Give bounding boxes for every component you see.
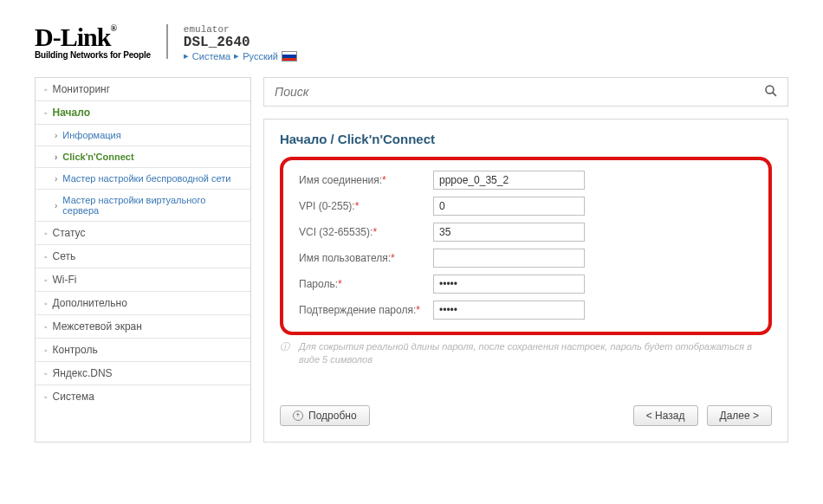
password-label: Пароль:* (299, 278, 433, 290)
bullet-icon: ◦ (44, 85, 48, 94)
vpi-label: VPI (0-255):* (299, 200, 433, 212)
model-label: DSL_2640 (184, 35, 297, 50)
info-icon: ⓘ (280, 340, 289, 353)
sidebar-item-firewall[interactable]: ◦Межсетевой экран (36, 315, 250, 339)
svg-line-1 (773, 93, 776, 96)
sidebar-item-vserver-wizard[interactable]: ›Мастер настройки виртуального сервера (36, 190, 250, 222)
vci-label: VCI (32-65535):* (299, 226, 433, 238)
expand-icon: + (293, 410, 303, 421)
header-crumbs: ▸ Система ▸ Русский (184, 50, 297, 61)
sidebar-item-label: Сеть (53, 250, 76, 262)
username-field[interactable] (433, 249, 585, 268)
arrow-icon: ▸ (234, 50, 239, 61)
vpi-field[interactable] (433, 197, 585, 216)
sidebar-item-clicknconnect[interactable]: ›Click'n'Connect (36, 146, 250, 168)
svg-point-0 (766, 86, 774, 94)
conn-name-field[interactable] (433, 171, 585, 190)
arrow-icon: ▸ (184, 50, 189, 61)
sidebar-item-status[interactable]: ◦Статус (36, 222, 250, 245)
sidebar-item-label: Мастер настройки виртуального сервера (62, 195, 242, 216)
bullet-icon: ◦ (44, 346, 48, 355)
header-separator (166, 24, 168, 59)
sidebar-item-wireless-wizard[interactable]: ›Мастер настройки беспроводной сети (36, 168, 250, 190)
sidebar-item-label: Дополнительно (53, 297, 127, 309)
sidebar-item-label: Система (53, 391, 94, 403)
bullet-icon: ◦ (44, 369, 48, 378)
search-bar (263, 77, 788, 107)
language-link[interactable]: Русский (243, 51, 278, 61)
password-confirm-field[interactable] (433, 300, 585, 320)
bullet-icon: ◦ (44, 252, 48, 262)
sidebar-item-monitoring[interactable]: ◦Мониторинг (36, 78, 250, 101)
sidebar-item-label: Мониторинг (53, 83, 111, 95)
sidebar-item-start[interactable]: ◦Начало (36, 101, 250, 125)
sidebar-item-label: Контроль (53, 344, 98, 356)
logo-subtitle: Building Networks for People (35, 50, 151, 60)
sidebar-item-information[interactable]: ›Информация (36, 125, 250, 146)
sidebar-item-label: Межсетевой экран (53, 320, 142, 333)
flag-icon-ru (282, 51, 297, 61)
back-button[interactable]: < Назад (633, 405, 698, 426)
sidebar-item-label: Начало (53, 107, 90, 119)
bullet-icon: ◦ (44, 392, 48, 402)
system-link[interactable]: Система (192, 51, 230, 61)
details-button[interactable]: + Подробно (280, 405, 370, 426)
password-field[interactable] (433, 275, 585, 294)
chevron-icon: › (55, 174, 57, 184)
sidebar-item-label: Мастер настройки беспроводной сети (62, 173, 230, 184)
sidebar-item-wifi[interactable]: ◦Wi-Fi (36, 268, 250, 292)
sidebar-item-system[interactable]: ◦Система (36, 385, 250, 408)
bullet-icon: ◦ (44, 299, 48, 308)
sidebar-item-advanced[interactable]: ◦Дополнительно (36, 292, 250, 315)
logo-text: D-Link (35, 23, 110, 51)
chevron-icon: › (55, 131, 57, 140)
password-confirm-label: Подтверждение пароля:* (299, 304, 433, 316)
username-label: Имя пользователя:* (299, 252, 433, 264)
sidebar: ◦Мониторинг ◦Начало ›Информация ›Click'n… (35, 77, 251, 443)
sidebar-item-label: Информация (62, 130, 120, 140)
sidebar-item-label: Статус (53, 227, 86, 239)
emulator-label: emulator (184, 24, 297, 35)
button-label: Подробно (308, 410, 357, 422)
password-note: ⓘ Для сокрытия реальной длины пароля, по… (280, 340, 772, 367)
next-button[interactable]: Далее > (707, 405, 773, 426)
bullet-icon: ◦ (44, 108, 48, 118)
search-icon[interactable] (763, 83, 779, 101)
conn-name-label: Имя соединения:* (299, 174, 433, 186)
sidebar-item-network[interactable]: ◦Сеть (36, 245, 250, 268)
chevron-icon: › (55, 201, 57, 210)
vci-field[interactable] (433, 223, 585, 242)
sidebar-item-label: Wi-Fi (53, 274, 77, 286)
bullet-icon: ◦ (44, 229, 48, 238)
search-input[interactable] (275, 85, 777, 99)
button-label: < Назад (646, 410, 685, 422)
sidebar-item-label: Яндекс.DNS (53, 367, 113, 379)
bullet-icon: ◦ (44, 275, 48, 285)
logo: D-Link® Building Networks for People (35, 24, 151, 60)
sidebar-item-control[interactable]: ◦Контроль (36, 339, 250, 362)
main-panel: Начало / Click'n'Connect Имя соединения:… (263, 119, 788, 443)
form-highlight-box: Имя соединения:* VPI (0-255):* VCI (32-6… (280, 157, 772, 335)
button-label: Далее > (720, 410, 760, 422)
bullet-icon: ◦ (44, 322, 48, 332)
chevron-icon: › (55, 152, 57, 162)
header: D-Link® Building Networks for People emu… (35, 24, 788, 61)
sidebar-item-label: Click'n'Connect (62, 152, 133, 162)
breadcrumb: Начало / Click'n'Connect (280, 132, 772, 146)
sidebar-item-yandexdns[interactable]: ◦Яндекс.DNS (36, 362, 250, 385)
